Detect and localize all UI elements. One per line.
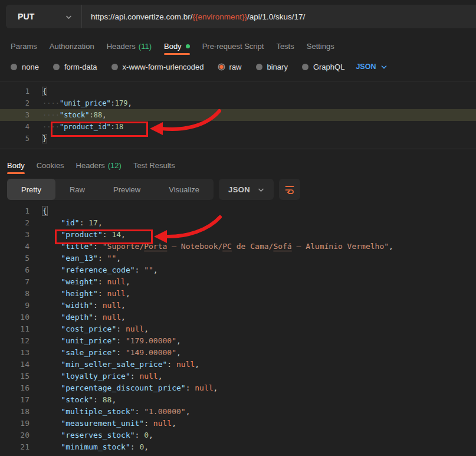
line-number: 5 [0, 133, 29, 145]
line-number: 15 [0, 370, 29, 382]
line-number: 14 [0, 359, 29, 370]
response-language-select[interactable]: JSON [219, 179, 274, 200]
line-number: 18 [0, 406, 29, 418]
unsaved-changes-dot [186, 44, 190, 48]
url-prefix: https://api.convertize.com.br/ [91, 12, 193, 21]
response-headers-count: (12) [108, 161, 122, 170]
code-line: 3····"stock":88, [0, 109, 476, 121]
request-tabs: Params Authorization Headers(11) Body Pr… [0, 33, 476, 57]
code-line: 9 "width": null, [0, 300, 476, 311]
code-line: 7 "weight": null, [0, 276, 476, 288]
body-type-row: none form-data x-www-form-urlencoded raw… [0, 57, 476, 77]
url-input[interactable]: https://api.convertize.com.br/{{environm… [82, 12, 305, 21]
code-line: 4 "title": "Suporte/Porta – Notebook/PC … [0, 241, 476, 252]
line-number: 1 [0, 86, 29, 97]
view-raw[interactable]: Raw [55, 179, 99, 200]
radio-icon [11, 64, 17, 70]
code-line: 20 "reserves_stock": 0, [0, 429, 476, 441]
tab-authorization[interactable]: Authorization [50, 33, 94, 57]
code-line: 8 "height": null, [0, 288, 476, 300]
response-tab-headers[interactable]: Headers(12) [76, 152, 122, 176]
code-line: 21 "minimum_stock": 0, [0, 441, 476, 453]
wrap-text-button[interactable] [279, 179, 300, 200]
code-line: 3 "product": 14, [0, 229, 476, 241]
chevron-down-icon [381, 63, 387, 71]
radio-icon [302, 64, 308, 70]
line-number: 4 [0, 241, 29, 252]
response-tab-test-results[interactable]: Test Results [133, 152, 175, 176]
raw-language-select[interactable]: JSON [356, 63, 387, 71]
method-dropdown[interactable]: PUT [6, 11, 81, 22]
code-line: 4····"product_id":18 [0, 121, 476, 133]
radio-x-www-form-urlencoded[interactable]: x-www-form-urlencoded [111, 63, 204, 71]
line-number: 6 [0, 264, 29, 276]
radio-icon [111, 64, 118, 70]
line-number: 21 [0, 441, 29, 453]
view-preview[interactable]: Preview [99, 179, 155, 200]
tab-headers[interactable]: Headers(11) [107, 33, 152, 57]
url-suffix: /api/1.0/skus/17/ [247, 12, 305, 21]
line-number: 2 [0, 97, 29, 109]
radio-icon [53, 64, 60, 70]
line-number: 19 [0, 418, 29, 429]
line-number: 1 [0, 205, 29, 217]
line-number: 7 [0, 276, 29, 288]
line-number: 17 [0, 394, 29, 406]
radio-graphql[interactable]: GraphQL [302, 63, 344, 71]
line-number: 12 [0, 335, 29, 347]
code-line: 2 "id": 17, [0, 217, 476, 229]
line-number: 2 [0, 217, 29, 229]
response-body-editor[interactable]: 1{2 "id": 17,3 "product": 14,4 "title": … [0, 205, 476, 453]
tab-settings[interactable]: Settings [307, 33, 334, 57]
code-line: 17 "stock": 88, [0, 394, 476, 406]
code-line: 10 "depth": null, [0, 311, 476, 323]
code-line: 12 "unit_price": "179.00000", [0, 335, 476, 347]
radio-selected-icon [219, 64, 224, 70]
line-number: 10 [0, 311, 29, 323]
code-line: 16 "percentage_discount_price": null, [0, 382, 476, 394]
code-line: 1{ [0, 86, 476, 97]
request-body-editor[interactable]: 1{2····"unit_price":179,3····"stock":88,… [0, 81, 476, 149]
line-number: 5 [0, 252, 29, 264]
headers-count: (11) [139, 42, 152, 51]
url-environment-variable: {{environment}} [193, 12, 247, 21]
response-view-switcher: Pretty Raw Preview Visualize [7, 179, 214, 200]
radio-icon [256, 64, 262, 70]
tab-pre-request-script[interactable]: Pre-request Script [202, 33, 264, 57]
line-number: 3 [0, 229, 29, 241]
code-line: 6 "reference_code": "", [0, 264, 476, 276]
code-line: 5 "ean_13": "", [0, 252, 476, 264]
line-number: 8 [0, 288, 29, 300]
line-number: 4 [0, 121, 29, 133]
code-line: 11 "cost_price": null, [0, 323, 476, 335]
radio-form-data[interactable]: form-data [53, 63, 97, 71]
wrap-text-icon [284, 183, 296, 196]
response-tabs: Body Cookies Headers(12) Test Results [0, 152, 476, 176]
radio-none[interactable]: none [11, 63, 39, 71]
code-line: 1{ [0, 205, 476, 217]
request-url-bar: PUT https://api.convertize.com.br/{{envi… [6, 5, 476, 28]
radio-binary[interactable]: binary [256, 63, 288, 71]
line-number: 9 [0, 300, 29, 311]
view-pretty[interactable]: Pretty [7, 179, 55, 200]
line-number: 11 [0, 323, 29, 335]
view-visualize[interactable]: Visualize [155, 179, 214, 200]
response-tab-body[interactable]: Body [7, 152, 25, 176]
line-number: 16 [0, 382, 29, 394]
code-line: 15 "loyalty_price": null, [0, 370, 476, 382]
line-number: 13 [0, 347, 29, 359]
tab-body[interactable]: Body [164, 33, 190, 57]
chevron-down-icon [65, 11, 72, 22]
tab-tests[interactable]: Tests [276, 33, 294, 57]
code-line: 19 "measurement_unit": null, [0, 418, 476, 429]
method-label: PUT [18, 12, 35, 21]
line-number: 3 [0, 109, 29, 121]
response-toolbar: Pretty Raw Preview Visualize JSON [0, 179, 476, 200]
code-line: 13 "sale_price": "149.00000", [0, 347, 476, 359]
line-number: 20 [0, 429, 29, 441]
code-line: 14 "min_seller_sale_price": null, [0, 359, 476, 370]
response-tab-cookies[interactable]: Cookies [37, 152, 64, 176]
tab-params[interactable]: Params [11, 33, 37, 57]
radio-raw[interactable]: raw [218, 63, 242, 71]
code-line: 18 "multiple_stock": "1.00000", [0, 406, 476, 418]
